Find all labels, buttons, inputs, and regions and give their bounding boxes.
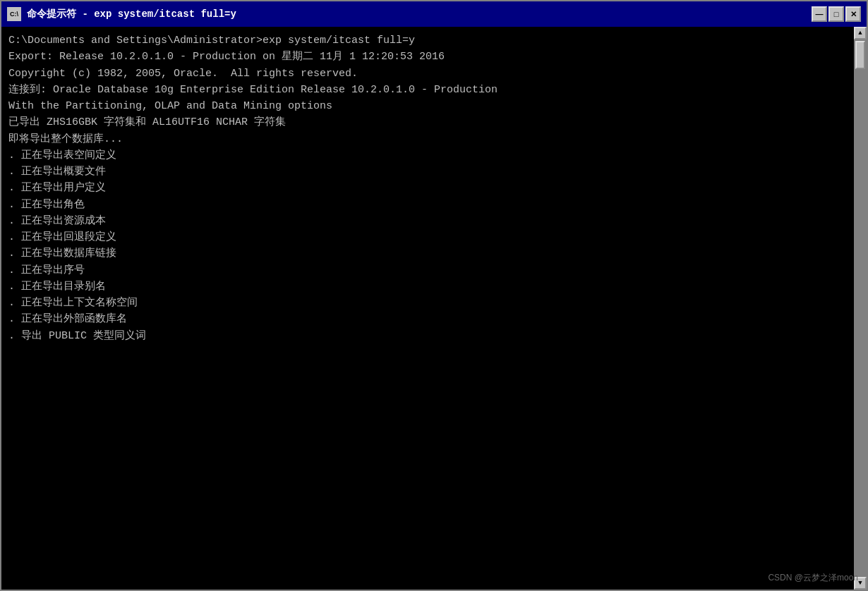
console-area: C:\Documents and Settings\Administrator>… <box>1 27 867 590</box>
window-title: 命令提示符 - exp system/itcast full=y <box>27 8 812 20</box>
window-controls: — □ ✕ <box>812 6 861 22</box>
console-line: . 正在导出序号 <box>8 262 847 279</box>
console-line: 即将导出整个数据库... <box>8 131 847 147</box>
console-line: . 正在导出用户定义 <box>8 180 847 196</box>
console-line: 已导出 ZHS16GBK 字符集和 AL16UTF16 NCHAR 字符集 <box>8 114 847 130</box>
scroll-thumb[interactable] <box>855 41 865 69</box>
console-line: . 正在导出角色 <box>8 197 847 213</box>
watermark: CSDN @云梦之泽moon <box>768 572 858 584</box>
scrollbar[interactable]: ▲ ▼ <box>854 27 867 590</box>
console-line: With the Partitioning, OLAP and Data Min… <box>8 98 847 114</box>
console-line: . 导出 PUBLIC 类型同义词 <box>8 328 847 344</box>
console-output: C:\Documents and Settings\Administrator>… <box>1 27 854 590</box>
console-line: . 正在导出概要文件 <box>8 164 847 180</box>
console-line: . 正在导出数据库链接 <box>8 245 847 262</box>
cmd-window: C:\ 命令提示符 - exp system/itcast full=y — □… <box>0 0 868 591</box>
scroll-track[interactable] <box>854 39 867 577</box>
console-line: . 正在导出资源成本 <box>8 213 847 229</box>
console-line: Export: Release 10.2.0.1.0 - Production … <box>8 49 847 65</box>
console-line: . 正在导出表空间定义 <box>8 147 847 164</box>
console-line: 连接到: Oracle Database 10g Enterprise Edit… <box>8 82 847 98</box>
console-line: . 正在导出回退段定义 <box>8 229 847 245</box>
minimize-button[interactable]: — <box>812 6 827 22</box>
scroll-up-button[interactable]: ▲ <box>854 27 867 39</box>
close-button[interactable]: ✕ <box>845 6 861 22</box>
maximize-button[interactable]: □ <box>828 6 844 22</box>
console-line: Copyright (c) 1982, 2005, Oracle. All ri… <box>8 66 847 82</box>
console-line: C:\Documents and Settings\Administrator>… <box>8 32 847 49</box>
console-line: . 正在导出目录别名 <box>8 279 847 295</box>
window-icon: C:\ <box>7 7 21 21</box>
title-bar: C:\ 命令提示符 - exp system/itcast full=y — □… <box>1 1 867 27</box>
console-line: . 正在导出外部函数库名 <box>8 311 847 327</box>
console-line: . 正在导出上下文名称空间 <box>8 295 847 311</box>
